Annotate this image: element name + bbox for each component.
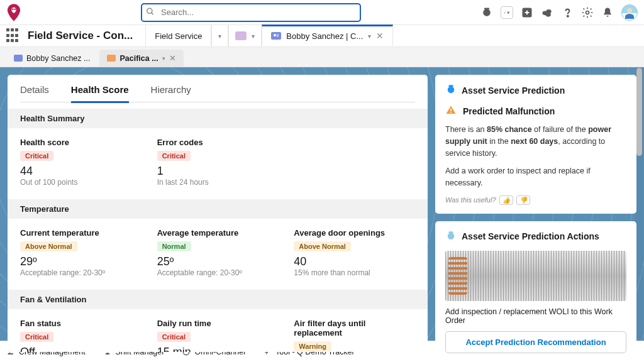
tab-details[interactable]: Details [20, 84, 49, 102]
contact-icon [271, 32, 281, 40]
section-health-summary: Health Summary [8, 109, 428, 128]
metric-value: 15 min [157, 346, 279, 352]
nav-tab-chatter[interactable]: ▾ [228, 25, 262, 47]
actions-card-title: Asset Service Prediction Actions [462, 231, 599, 241]
metric-label: Daily run time [157, 319, 279, 328]
metric-value: 1 [157, 165, 279, 178]
svg-point-10 [546, 13, 551, 17]
prediction-cta-text: Add a work order to inspect and replace … [445, 165, 626, 189]
metric-label: Health score [20, 138, 142, 147]
metric-value: 29º [20, 255, 142, 268]
svg-rect-5 [484, 8, 489, 9]
chevron-down-icon[interactable]: ▾ [368, 33, 371, 40]
speech-bubble-icon [235, 31, 247, 40]
thumbs-up-button[interactable]: 👍 [499, 195, 513, 205]
metric-current-temp: Current temperature Above Normal 29º Acc… [20, 228, 142, 277]
settings-gear-icon[interactable] [581, 6, 594, 19]
status-badge: Critical [157, 151, 191, 161]
tab-hierarchy[interactable]: Hierarchy [151, 84, 191, 102]
close-tab-icon[interactable]: ✕ [376, 31, 384, 41]
warning-icon [445, 104, 457, 118]
prediction-text: There is an 85% chance of failure of the… [445, 124, 626, 159]
global-search-input[interactable] [141, 3, 361, 22]
vertical-scrollbar-thumb[interactable] [636, 68, 642, 156]
status-badge: Above Normal [20, 241, 77, 251]
subtab-label: Bobby Sanchez ... [26, 54, 90, 63]
svg-point-20 [448, 233, 455, 239]
search-icon [146, 7, 155, 18]
app-logo-pin-icon[interactable] [6, 5, 21, 20]
status-badge: Normal [157, 241, 191, 251]
subtab-pacifica[interactable]: Pacifica ... ▾ ✕ [99, 50, 183, 67]
user-avatar[interactable] [621, 4, 638, 21]
metric-label: Error codes [157, 138, 279, 147]
app-name: Field Service - Con... [28, 30, 145, 42]
metric-sub: In last 24 hours [157, 178, 279, 187]
metric-label: Air filter days until replacement [294, 319, 415, 337]
svg-marker-6 [504, 11, 506, 13]
svg-point-16 [448, 87, 455, 94]
metric-sub: Acceptable range: 20-30º [20, 268, 142, 277]
metric-label: Fan status [20, 319, 142, 328]
metric-label: Current temperature [20, 228, 142, 238]
asset-icon [107, 55, 116, 62]
subtab-label: Pacifica ... [119, 54, 158, 63]
svg-point-4 [483, 9, 491, 16]
metric-value: Off [20, 346, 142, 352]
help-question-icon[interactable] [561, 6, 574, 19]
metric-value: 40 [294, 255, 415, 268]
svg-rect-21 [448, 231, 453, 233]
svg-point-13 [274, 34, 276, 36]
status-badge: Critical [20, 151, 53, 161]
thumbs-down-button[interactable]: 👎 [516, 195, 530, 205]
metric-fan-status: Fan status Critical Off Last turned on 2… [20, 319, 142, 352]
svg-rect-14 [277, 35, 279, 35]
metric-run-time: Daily run time Critical 15 min Expected … [157, 319, 279, 352]
section-temperature: Temperature [8, 199, 428, 219]
metric-label: Average temperature [157, 228, 279, 238]
metric-error-codes: Error codes Critical 1 In last 24 hours [157, 138, 279, 187]
svg-point-1 [14, 8, 16, 10]
einstein-icon [445, 230, 457, 243]
svg-point-0 [12, 8, 14, 10]
app-launcher-icon[interactable] [6, 28, 21, 43]
nav-tab-label: Bobby Sanchez | C... [286, 31, 363, 41]
predicted-malfunction-title: Predicted Malfunction [463, 106, 555, 116]
add-icon[interactable] [521, 6, 533, 19]
take-no-action-link[interactable]: Take No action [445, 358, 626, 359]
notifications-bell-icon[interactable] [601, 6, 614, 19]
metric-door-openings: Average door openings Above Normal 40 15… [294, 228, 415, 277]
subtab-bobby-sanchez[interactable]: Bobby Sanchez ... [6, 50, 97, 67]
status-badge: Critical [157, 332, 191, 342]
nav-tab-field-service[interactable]: Field Service [145, 25, 211, 47]
nav-tab-bobby-sanchez[interactable]: Bobby Sanchez | C... ▾ ✕ [262, 25, 393, 46]
contact-icon [14, 55, 23, 62]
svg-rect-17 [448, 85, 453, 87]
status-badge: Above Normal [294, 241, 351, 251]
metric-sub: Acceptable range: 20-30º [157, 268, 279, 277]
einstein-icon[interactable] [480, 6, 493, 19]
chevron-down-icon[interactable]: ▾ [162, 55, 165, 62]
was-this-useful-label: Was this useful? [445, 196, 496, 204]
salesforce-help-icon[interactable] [541, 6, 553, 19]
condenser-coil-image [445, 251, 626, 301]
status-badge: Warning [294, 341, 331, 351]
asset-service-prediction-actions-card: Asset Service Prediction Actions Add ins… [435, 221, 636, 359]
metric-average-temp: Average temperature Normal 25º Acceptabl… [157, 228, 279, 277]
svg-line-3 [152, 13, 153, 14]
metric-air-filter: Air filter days until replacement Warnin… [294, 319, 415, 352]
accept-recommendation-button[interactable]: Accept Prediction Recommendation [445, 331, 626, 353]
status-badge: Critical [20, 332, 53, 342]
nav-tab-field-service-dropdown[interactable]: ▾ [211, 25, 228, 47]
tab-health-score[interactable]: Health Score [71, 84, 129, 103]
metric-health-score: Health score Critical 44 Out of 100 poin… [20, 138, 142, 187]
metric-label: Average door openings [294, 228, 415, 238]
einstein-icon [445, 84, 457, 97]
prediction-card-title: Asset Service Prediction [462, 85, 565, 96]
metric-value: 44 [20, 165, 142, 178]
favorites-dropdown[interactable]: ▾ [501, 6, 513, 19]
health-score-card: Details Health Score Hierarchy Health Su… [8, 75, 428, 352]
svg-point-11 [567, 15, 569, 16]
actions-description: Add inspection / replacement WOLI to thi… [445, 307, 626, 325]
close-subtab-icon[interactable]: ✕ [169, 53, 176, 63]
